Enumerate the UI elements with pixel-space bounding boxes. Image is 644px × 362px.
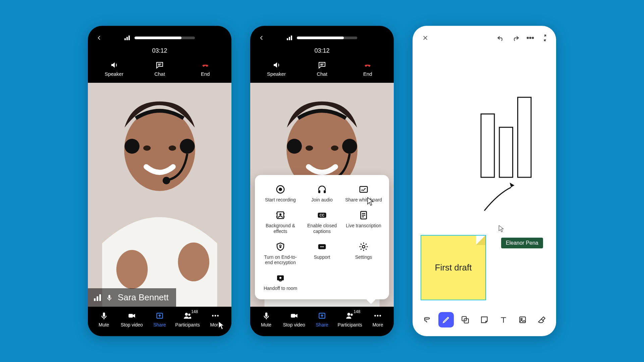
bottom-bar: Mute Stop video Share 148 Participants M… xyxy=(88,307,231,336)
text-tool[interactable] xyxy=(496,312,511,327)
enable-cc-item[interactable]: CC Enable closed captions xyxy=(301,210,343,234)
sticky-tool[interactable] xyxy=(477,312,492,327)
signal-icon xyxy=(94,294,101,301)
e2ee-item[interactable]: Turn on End-to-end encryption xyxy=(260,242,301,266)
gear-icon xyxy=(359,242,369,252)
share-whiteboard-item[interactable]: Share whiteboard xyxy=(343,184,384,203)
svg-point-63 xyxy=(527,37,528,39)
join-audio-item[interactable]: Join audio xyxy=(301,184,343,203)
speaker-icon xyxy=(109,61,119,69)
shape-tool[interactable] xyxy=(458,312,473,327)
pen-tool[interactable] xyxy=(438,312,454,327)
end-call-button[interactable]: End xyxy=(187,61,224,77)
settings-item[interactable]: Settings xyxy=(343,242,384,266)
redo-button[interactable] xyxy=(511,34,520,42)
select-tool[interactable] xyxy=(419,312,435,327)
stop-video-button[interactable]: Stop video xyxy=(119,311,145,327)
bottom-bar: Mute Stop video Share 148 Participants M… xyxy=(250,307,394,336)
participant-video xyxy=(88,83,231,307)
signal-icon xyxy=(124,36,130,40)
mute-label: Mute xyxy=(99,322,109,327)
more-label: More xyxy=(372,322,383,327)
sticky-note[interactable]: First draft xyxy=(421,235,486,300)
chat-button[interactable]: Chat xyxy=(304,61,340,77)
svg-rect-66 xyxy=(481,114,494,177)
sticky-note-text: First draft xyxy=(435,262,472,273)
background-effects-label: Background & effects xyxy=(262,223,299,234)
support-icon xyxy=(317,242,327,252)
mute-button[interactable]: Mute xyxy=(253,311,279,327)
share-button[interactable]: Share xyxy=(147,311,173,327)
transcript-icon xyxy=(359,210,369,220)
signal-icon xyxy=(287,36,292,40)
speaker-label: Speaker xyxy=(105,71,123,77)
sticky-icon xyxy=(480,315,489,324)
svg-point-47 xyxy=(321,246,322,247)
share-button[interactable]: Share xyxy=(309,311,335,327)
pen-icon xyxy=(442,315,450,324)
background-effects-item[interactable]: Background & effects xyxy=(260,210,301,234)
signal-row xyxy=(257,36,387,40)
speaker-button[interactable]: Speaker xyxy=(96,61,132,77)
participants-button[interactable]: 148 Participants xyxy=(174,311,201,327)
record-icon xyxy=(275,184,285,194)
more-button[interactable]: More xyxy=(202,311,228,327)
svg-point-29 xyxy=(342,139,357,154)
share-label: Share xyxy=(316,322,328,327)
start-recording-item[interactable]: Start recording xyxy=(260,184,301,203)
share-icon xyxy=(155,311,165,320)
handoff-label: Handoff to room xyxy=(264,286,297,291)
end-call-button[interactable]: End xyxy=(349,61,386,77)
stop-video-label: Stop video xyxy=(283,322,305,327)
undo-button[interactable] xyxy=(496,34,505,42)
svg-rect-52 xyxy=(265,312,267,317)
handoff-item[interactable]: Handoff to room xyxy=(260,273,301,291)
participants-count: 148 xyxy=(354,309,360,314)
svg-point-4 xyxy=(143,145,151,151)
svg-point-28 xyxy=(287,139,302,154)
handoff-icon xyxy=(275,273,285,283)
live-transcription-item[interactable]: Live transcription xyxy=(343,210,384,234)
svg-rect-67 xyxy=(499,127,513,177)
collaborator-name: Eleanor Pena xyxy=(506,240,538,246)
svg-point-64 xyxy=(530,37,531,39)
support-label: Support xyxy=(314,254,330,260)
support-item[interactable]: Support xyxy=(301,242,343,266)
background-icon xyxy=(275,210,285,220)
svg-point-17 xyxy=(185,313,188,316)
svg-point-49 xyxy=(362,245,365,248)
svg-rect-71 xyxy=(520,317,525,322)
collapse-icon xyxy=(541,34,549,42)
image-icon xyxy=(518,315,527,324)
speaker-label: Speaker xyxy=(267,71,286,77)
svg-point-6 xyxy=(124,139,140,154)
audio-level-bar xyxy=(297,37,357,39)
image-tool[interactable] xyxy=(515,312,530,327)
eraser-icon xyxy=(537,315,546,324)
participants-button[interactable]: 148 Participants xyxy=(337,311,363,327)
mute-button[interactable]: Mute xyxy=(91,311,117,327)
whiteboard-canvas[interactable]: First draft Eleanor Pena xyxy=(414,47,555,307)
close-icon xyxy=(422,35,428,41)
more-icon xyxy=(210,311,220,320)
signal-row xyxy=(95,36,225,40)
whiteboard-topbar xyxy=(413,26,556,47)
speaker-button[interactable]: Speaker xyxy=(258,61,295,77)
stop-video-button[interactable]: Stop video xyxy=(281,311,307,327)
eraser-tool[interactable] xyxy=(534,312,549,327)
participants-count: 148 xyxy=(191,309,198,314)
more-button[interactable]: More xyxy=(365,311,391,327)
more-menu-popover: Start recording Join audio Share whitebo… xyxy=(255,175,389,299)
collaborator-label: Eleanor Pena xyxy=(501,238,543,248)
chat-button[interactable]: Chat xyxy=(141,61,178,77)
microphone-icon xyxy=(106,294,113,301)
svg-rect-34 xyxy=(324,190,326,193)
collapse-button[interactable] xyxy=(541,34,549,42)
video-area: Sara Bennett xyxy=(88,83,231,307)
options-button[interactable] xyxy=(526,34,535,42)
whiteboard-toolbar xyxy=(413,307,556,336)
end-label: End xyxy=(363,71,372,77)
svg-point-51 xyxy=(279,277,281,279)
close-button[interactable] xyxy=(419,32,431,44)
speaker-icon xyxy=(271,61,281,69)
